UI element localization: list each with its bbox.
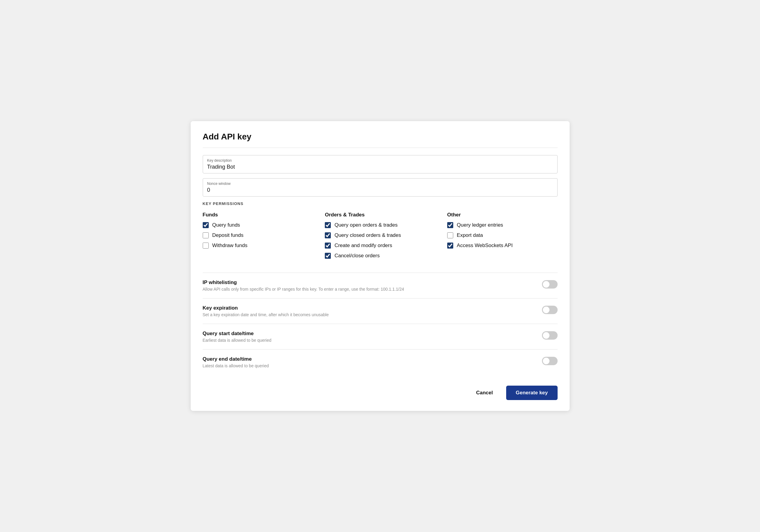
- ip-whitelisting-title: IP whitelisting: [203, 280, 404, 286]
- checkbox-cancel-close-orders-input[interactable]: [325, 253, 331, 259]
- checkbox-deposit-funds[interactable]: Deposit funds: [203, 232, 313, 238]
- ip-whitelisting-description: Allow API calls only from specific IPs o…: [203, 287, 404, 291]
- checkbox-query-closed-orders-label: Query closed orders & trades: [334, 232, 401, 238]
- checkbox-withdraw-funds-label: Withdraw funds: [212, 243, 248, 248]
- checkbox-query-ledger[interactable]: Query ledger entries: [447, 222, 558, 228]
- checkbox-cancel-close-orders[interactable]: Cancel/close orders: [325, 253, 435, 259]
- nonce-window-label: Nonce window: [207, 182, 553, 186]
- checkbox-export-data-label: Export data: [457, 232, 483, 238]
- permissions-grid: Funds Query funds Deposit funds Withdraw…: [203, 212, 558, 263]
- key-expiration-toggle[interactable]: [542, 306, 558, 314]
- query-end-datetime-section: Query end date/time Latest data is allow…: [203, 349, 558, 375]
- query-end-datetime-toggle-slider: [542, 357, 558, 365]
- funds-permission-group: Funds Query funds Deposit funds Withdraw…: [203, 212, 313, 263]
- checkbox-create-modify-orders-label: Create and modify orders: [334, 243, 392, 248]
- checkbox-query-open-orders[interactable]: Query open orders & trades: [325, 222, 435, 228]
- query-start-datetime-title: Query start date/time: [203, 331, 271, 336]
- checkbox-websockets-api[interactable]: Access WebSockets API: [447, 243, 558, 248]
- key-description-field: Key description: [203, 155, 558, 173]
- key-expiration-description: Set a key expiration date and time, afte…: [203, 312, 329, 317]
- checkbox-export-data[interactable]: Export data: [447, 232, 558, 238]
- checkbox-query-ledger-input[interactable]: [447, 222, 453, 228]
- checkbox-deposit-funds-input[interactable]: [203, 232, 209, 238]
- other-permission-group: Other Query ledger entries Export data A…: [447, 212, 558, 263]
- query-start-datetime-description: Earliest data is allowed to be queried: [203, 338, 271, 343]
- title-divider: [203, 148, 558, 148]
- checkbox-export-data-input[interactable]: [447, 232, 453, 238]
- ip-whitelisting-toggle-slider: [542, 280, 558, 288]
- generate-key-button[interactable]: Generate key: [506, 386, 558, 400]
- checkbox-query-funds[interactable]: Query funds: [203, 222, 313, 228]
- checkbox-withdraw-funds[interactable]: Withdraw funds: [203, 243, 313, 248]
- checkbox-query-open-orders-label: Query open orders & trades: [334, 222, 398, 228]
- checkbox-query-open-orders-input[interactable]: [325, 222, 331, 228]
- query-start-datetime-toggle-slider: [542, 331, 558, 340]
- checkbox-websockets-api-label: Access WebSockets API: [457, 243, 513, 248]
- orders-trades-permission-group: Orders & Trades Query open orders & trad…: [325, 212, 435, 263]
- checkbox-cancel-close-orders-label: Cancel/close orders: [334, 253, 380, 259]
- other-heading: Other: [447, 212, 558, 218]
- query-start-datetime-toggle[interactable]: [542, 331, 558, 340]
- checkbox-query-funds-label: Query funds: [212, 222, 240, 228]
- query-start-datetime-text: Query start date/time Earliest data is a…: [203, 331, 271, 343]
- checkbox-create-modify-orders[interactable]: Create and modify orders: [325, 243, 435, 248]
- funds-heading: Funds: [203, 212, 313, 218]
- checkbox-deposit-funds-label: Deposit funds: [212, 232, 244, 238]
- cancel-button[interactable]: Cancel: [469, 386, 500, 399]
- add-api-key-modal: Add API key Key description Nonce window…: [191, 121, 570, 411]
- checkbox-query-funds-input[interactable]: [203, 222, 209, 228]
- nonce-window-field: Nonce window: [203, 178, 558, 197]
- permissions-section-title: KEY PERMISSIONS: [203, 201, 558, 206]
- checkbox-query-closed-orders[interactable]: Query closed orders & trades: [325, 232, 435, 238]
- query-end-datetime-description: Latest data is allowed to be queried: [203, 363, 269, 368]
- page-title: Add API key: [203, 132, 558, 142]
- key-description-input[interactable]: [207, 164, 553, 170]
- key-expiration-text: Key expiration Set a key expiration date…: [203, 305, 329, 317]
- checkbox-create-modify-orders-input[interactable]: [325, 243, 331, 248]
- ip-whitelisting-section: IP whitelisting Allow API calls only fro…: [203, 273, 558, 298]
- checkbox-query-ledger-label: Query ledger entries: [457, 222, 503, 228]
- footer: Cancel Generate key: [203, 386, 558, 400]
- nonce-window-input[interactable]: [207, 187, 553, 193]
- query-end-datetime-text: Query end date/time Latest data is allow…: [203, 356, 269, 368]
- checkbox-withdraw-funds-input[interactable]: [203, 243, 209, 248]
- ip-whitelisting-toggle[interactable]: [542, 280, 558, 288]
- key-expiration-toggle-slider: [542, 306, 558, 314]
- checkbox-websockets-api-input[interactable]: [447, 243, 453, 248]
- key-expiration-section: Key expiration Set a key expiration date…: [203, 298, 558, 324]
- ip-whitelisting-text: IP whitelisting Allow API calls only fro…: [203, 280, 404, 291]
- orders-trades-heading: Orders & Trades: [325, 212, 435, 218]
- query-start-datetime-section: Query start date/time Earliest data is a…: [203, 324, 558, 349]
- checkbox-query-closed-orders-input[interactable]: [325, 232, 331, 238]
- key-description-label: Key description: [207, 158, 553, 162]
- key-expiration-title: Key expiration: [203, 305, 329, 311]
- query-end-datetime-title: Query end date/time: [203, 356, 269, 362]
- query-end-datetime-toggle[interactable]: [542, 357, 558, 365]
